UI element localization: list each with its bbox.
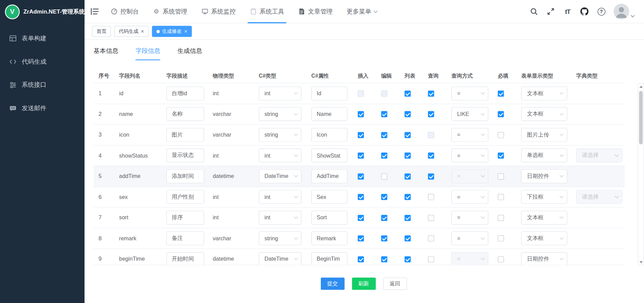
required-checkbox[interactable] xyxy=(498,153,504,159)
query-checkbox[interactable] xyxy=(428,194,434,200)
nav-item-article-admin[interactable]: 文章管理 xyxy=(291,0,340,23)
field-desc-input[interactable] xyxy=(166,211,204,225)
query-mode-select[interactable]: = xyxy=(452,190,489,204)
required-checkbox[interactable] xyxy=(498,173,504,179)
search-icon[interactable] xyxy=(529,7,538,16)
query-checkbox[interactable] xyxy=(428,215,434,221)
dict-type-select[interactable]: 请选择 xyxy=(576,190,622,204)
tag-code-gen[interactable]: 代码生成 × xyxy=(114,26,148,37)
insert-checkbox[interactable] xyxy=(358,194,364,200)
query-checkbox[interactable] xyxy=(428,173,434,179)
github-icon[interactable] xyxy=(580,7,589,16)
tab-basic-info[interactable]: 基本信息 xyxy=(94,47,118,60)
help-icon[interactable]: ? xyxy=(597,7,606,16)
query-mode-select[interactable]: = xyxy=(452,86,489,100)
list-checkbox[interactable] xyxy=(405,256,411,262)
query-checkbox[interactable] xyxy=(428,256,434,262)
display-type-select[interactable]: 文本框 xyxy=(521,231,567,245)
edit-checkbox[interactable] xyxy=(381,236,387,242)
insert-checkbox[interactable] xyxy=(358,132,364,138)
insert-checkbox[interactable] xyxy=(358,173,364,179)
query-mode-select[interactable]: LIKE xyxy=(452,107,489,121)
required-checkbox[interactable] xyxy=(498,111,504,117)
dict-type-select[interactable]: 请选择 xyxy=(576,148,622,162)
back-button[interactable]: 返回 xyxy=(383,278,407,290)
list-checkbox[interactable] xyxy=(405,215,411,221)
cs-type-select[interactable]: int xyxy=(259,86,301,100)
edit-checkbox[interactable] xyxy=(381,215,387,221)
field-desc-input[interactable] xyxy=(166,128,204,142)
field-desc-input[interactable] xyxy=(166,169,204,183)
cs-prop-input[interactable] xyxy=(311,148,347,162)
sidebar-item-form-build[interactable]: 表单构建 xyxy=(0,27,85,50)
insert-checkbox[interactable] xyxy=(358,111,364,117)
list-checkbox[interactable] xyxy=(405,90,411,97)
display-type-select[interactable]: 文本框 xyxy=(521,107,567,121)
display-type-select[interactable]: 文本框 xyxy=(521,86,567,100)
edit-checkbox[interactable] xyxy=(381,173,387,179)
insert-checkbox[interactable] xyxy=(358,215,364,221)
edit-checkbox[interactable] xyxy=(381,111,387,117)
query-checkbox[interactable] xyxy=(428,111,434,117)
list-checkbox[interactable] xyxy=(405,111,411,117)
required-checkbox[interactable] xyxy=(498,90,504,97)
edit-checkbox[interactable] xyxy=(381,153,387,159)
insert-checkbox[interactable] xyxy=(358,153,364,159)
cs-prop-input[interactable] xyxy=(311,252,347,265)
field-desc-input[interactable] xyxy=(166,86,204,100)
tab-gen-info[interactable]: 生成信息 xyxy=(178,47,202,60)
query-checkbox[interactable] xyxy=(428,236,434,242)
cs-type-select[interactable]: string xyxy=(259,107,301,121)
query-mode-select[interactable]: = xyxy=(452,169,489,183)
edit-checkbox[interactable] xyxy=(381,194,387,200)
cs-prop-input[interactable] xyxy=(311,190,347,204)
display-type-select[interactable]: 图片上传 xyxy=(521,128,567,142)
user-menu[interactable] xyxy=(613,4,634,19)
nav-item-system-admin[interactable]: ⚙ 系统管理 xyxy=(146,0,194,23)
query-mode-select[interactable]: = xyxy=(452,211,489,225)
close-icon[interactable]: × xyxy=(184,29,187,34)
display-type-select[interactable]: 日期控件 xyxy=(521,169,567,183)
insert-checkbox[interactable] xyxy=(358,256,364,262)
sidebar-item-system-api[interactable]: 系统接口 xyxy=(0,74,85,97)
nav-item-system-monitor[interactable]: 系统监控 xyxy=(194,0,243,23)
sidebar-item-send-mail[interactable]: 发送邮件 xyxy=(0,97,85,120)
cs-type-select[interactable]: int xyxy=(259,148,301,162)
scroll-down-icon[interactable] xyxy=(638,259,644,265)
edit-checkbox[interactable] xyxy=(381,90,387,97)
tag-home[interactable]: 首页 xyxy=(92,26,111,37)
query-mode-select[interactable]: = xyxy=(452,148,489,162)
cs-type-select[interactable]: string xyxy=(259,128,301,142)
scroll-up-icon[interactable] xyxy=(638,84,644,89)
avatar[interactable] xyxy=(613,4,629,19)
table-scrollbar[interactable] xyxy=(638,83,644,265)
edit-checkbox[interactable] xyxy=(381,256,387,262)
cs-type-select[interactable]: int xyxy=(259,211,301,225)
nav-item-more-menu[interactable]: 更多菜单 xyxy=(340,0,384,23)
submit-button[interactable]: 提交 xyxy=(320,278,344,290)
nav-item-system-tools[interactable]: 系统工具 xyxy=(243,0,291,23)
edit-checkbox[interactable] xyxy=(381,132,387,138)
display-type-select[interactable]: 文本框 xyxy=(521,211,567,225)
list-checkbox[interactable] xyxy=(405,194,411,200)
list-checkbox[interactable] xyxy=(405,132,411,138)
required-checkbox[interactable] xyxy=(498,132,504,138)
field-desc-input[interactable] xyxy=(166,107,204,121)
query-mode-select[interactable]: = xyxy=(452,252,489,265)
required-checkbox[interactable] xyxy=(498,194,504,200)
close-icon[interactable]: × xyxy=(141,29,144,34)
cs-prop-input[interactable] xyxy=(311,107,347,121)
sidebar-item-code-gen[interactable]: 代码生成 xyxy=(0,50,85,74)
cs-type-select[interactable]: DateTime xyxy=(259,252,301,265)
font-size-icon[interactable]: tT xyxy=(563,7,572,16)
field-desc-input[interactable] xyxy=(166,148,204,162)
field-desc-input[interactable] xyxy=(166,231,204,245)
cs-prop-input[interactable] xyxy=(311,231,347,245)
insert-checkbox[interactable] xyxy=(358,90,364,97)
required-checkbox[interactable] xyxy=(498,236,504,242)
cs-prop-input[interactable] xyxy=(311,128,347,142)
nav-item-dashboard[interactable]: 控制台 xyxy=(104,0,146,23)
cs-prop-input[interactable] xyxy=(311,86,347,100)
display-type-select[interactable]: 日期控件 xyxy=(521,252,567,265)
display-type-select[interactable]: 单选框 xyxy=(521,148,567,162)
